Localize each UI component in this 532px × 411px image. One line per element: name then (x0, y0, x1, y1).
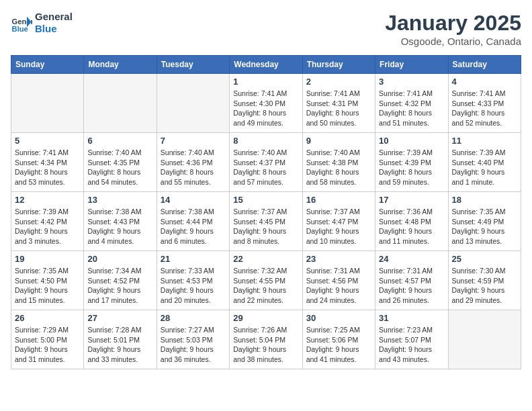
week-row-1: 1Sunrise: 7:41 AM Sunset: 4:30 PM Daylig… (11, 74, 521, 133)
day-number: 2 (306, 77, 371, 87)
day-number: 14 (161, 195, 226, 205)
day-info: Sunrise: 7:38 AM Sunset: 4:43 PM Dayligh… (87, 207, 152, 246)
logo: General Blue General Blue (11, 11, 73, 35)
week-row-4: 19Sunrise: 7:35 AM Sunset: 4:50 PM Dayli… (11, 251, 521, 310)
calendar-cell (11, 74, 84, 133)
weekday-header-saturday: Saturday (448, 56, 521, 74)
day-info: Sunrise: 7:27 AM Sunset: 5:03 PM Dayligh… (161, 325, 226, 365)
calendar-cell: 12Sunrise: 7:39 AM Sunset: 4:42 PM Dayli… (11, 192, 84, 251)
day-number: 12 (15, 195, 80, 205)
day-info: Sunrise: 7:41 AM Sunset: 4:33 PM Dayligh… (452, 89, 517, 128)
day-info: Sunrise: 7:33 AM Sunset: 4:53 PM Dayligh… (161, 266, 226, 306)
day-number: 11 (452, 136, 517, 146)
weekday-header-thursday: Thursday (302, 56, 375, 74)
logo-text-blue: Blue (35, 23, 73, 35)
logo-icon: General Blue (11, 12, 32, 34)
day-info: Sunrise: 7:31 AM Sunset: 4:57 PM Dayligh… (379, 266, 444, 306)
day-number: 9 (306, 136, 371, 146)
day-info: Sunrise: 7:40 AM Sunset: 4:38 PM Dayligh… (306, 148, 371, 187)
day-number: 26 (15, 313, 80, 323)
calendar-cell: 24Sunrise: 7:31 AM Sunset: 4:57 PM Dayli… (375, 251, 448, 310)
calendar-cell: 11Sunrise: 7:39 AM Sunset: 4:40 PM Dayli… (448, 133, 521, 192)
calendar-cell: 30Sunrise: 7:25 AM Sunset: 5:06 PM Dayli… (302, 310, 375, 369)
day-info: Sunrise: 7:35 AM Sunset: 4:50 PM Dayligh… (15, 266, 80, 306)
day-number: 6 (87, 136, 152, 146)
calendar-table: SundayMondayTuesdayWednesdayThursdayFrid… (11, 55, 521, 369)
day-info: Sunrise: 7:25 AM Sunset: 5:06 PM Dayligh… (306, 325, 371, 365)
week-row-3: 12Sunrise: 7:39 AM Sunset: 4:42 PM Dayli… (11, 192, 521, 251)
calendar-body: 1Sunrise: 7:41 AM Sunset: 4:30 PM Daylig… (11, 74, 521, 369)
day-info: Sunrise: 7:38 AM Sunset: 4:44 PM Dayligh… (161, 207, 226, 246)
day-info: Sunrise: 7:36 AM Sunset: 4:48 PM Dayligh… (379, 207, 444, 246)
day-info: Sunrise: 7:39 AM Sunset: 4:40 PM Dayligh… (452, 148, 517, 187)
calendar-cell: 1Sunrise: 7:41 AM Sunset: 4:30 PM Daylig… (230, 74, 302, 133)
day-number: 21 (161, 254, 226, 264)
day-number: 4 (452, 77, 517, 87)
day-info: Sunrise: 7:28 AM Sunset: 5:01 PM Dayligh… (87, 325, 152, 365)
calendar-cell: 14Sunrise: 7:38 AM Sunset: 4:44 PM Dayli… (157, 192, 229, 251)
day-info: Sunrise: 7:29 AM Sunset: 5:00 PM Dayligh… (15, 325, 80, 365)
calendar-cell: 8Sunrise: 7:40 AM Sunset: 4:37 PM Daylig… (230, 133, 302, 192)
day-number: 8 (233, 136, 298, 146)
calendar-cell: 26Sunrise: 7:29 AM Sunset: 5:00 PM Dayli… (11, 310, 84, 369)
day-number: 30 (306, 313, 371, 323)
day-info: Sunrise: 7:34 AM Sunset: 4:52 PM Dayligh… (87, 266, 152, 306)
day-number: 20 (87, 254, 152, 264)
day-info: Sunrise: 7:39 AM Sunset: 4:42 PM Dayligh… (15, 207, 80, 246)
day-info: Sunrise: 7:41 AM Sunset: 4:34 PM Dayligh… (15, 148, 80, 187)
weekday-header-tuesday: Tuesday (157, 56, 229, 74)
week-row-5: 26Sunrise: 7:29 AM Sunset: 5:00 PM Dayli… (11, 310, 521, 369)
calendar-cell: 25Sunrise: 7:30 AM Sunset: 4:59 PM Dayli… (448, 251, 521, 310)
svg-text:Blue: Blue (12, 25, 28, 33)
day-info: Sunrise: 7:40 AM Sunset: 4:36 PM Dayligh… (161, 148, 226, 187)
day-number: 25 (452, 254, 517, 264)
day-number: 31 (379, 313, 444, 323)
day-info: Sunrise: 7:32 AM Sunset: 4:55 PM Dayligh… (233, 266, 298, 306)
calendar-cell: 16Sunrise: 7:37 AM Sunset: 4:47 PM Dayli… (302, 192, 375, 251)
calendar-cell: 28Sunrise: 7:27 AM Sunset: 5:03 PM Dayli… (157, 310, 229, 369)
calendar-cell: 10Sunrise: 7:39 AM Sunset: 4:39 PM Dayli… (375, 133, 448, 192)
calendar-cell: 29Sunrise: 7:26 AM Sunset: 5:04 PM Dayli… (230, 310, 302, 369)
day-info: Sunrise: 7:30 AM Sunset: 4:59 PM Dayligh… (452, 266, 517, 306)
day-number: 13 (87, 195, 152, 205)
calendar-cell: 15Sunrise: 7:37 AM Sunset: 4:45 PM Dayli… (230, 192, 302, 251)
day-number: 5 (15, 136, 80, 146)
day-info: Sunrise: 7:37 AM Sunset: 4:45 PM Dayligh… (233, 207, 298, 246)
day-number: 29 (233, 313, 298, 323)
calendar-cell: 9Sunrise: 7:40 AM Sunset: 4:38 PM Daylig… (302, 133, 375, 192)
day-number: 17 (379, 195, 444, 205)
weekday-header-row: SundayMondayTuesdayWednesdayThursdayFrid… (11, 56, 521, 74)
calendar-cell: 21Sunrise: 7:33 AM Sunset: 4:53 PM Dayli… (157, 251, 229, 310)
weekday-header-monday: Monday (84, 56, 157, 74)
calendar-cell: 6Sunrise: 7:40 AM Sunset: 4:35 PM Daylig… (84, 133, 157, 192)
weekday-header-friday: Friday (375, 56, 448, 74)
day-info: Sunrise: 7:40 AM Sunset: 4:37 PM Dayligh… (233, 148, 298, 187)
calendar-cell: 13Sunrise: 7:38 AM Sunset: 4:43 PM Dayli… (84, 192, 157, 251)
calendar-cell: 3Sunrise: 7:41 AM Sunset: 4:32 PM Daylig… (375, 74, 448, 133)
calendar-cell: 23Sunrise: 7:31 AM Sunset: 4:56 PM Dayli… (302, 251, 375, 310)
day-number: 27 (87, 313, 152, 323)
day-number: 24 (379, 254, 444, 264)
day-number: 10 (379, 136, 444, 146)
page-header: General Blue General Blue January 2025 O… (11, 11, 521, 47)
calendar-cell: 2Sunrise: 7:41 AM Sunset: 4:31 PM Daylig… (302, 74, 375, 133)
week-row-2: 5Sunrise: 7:41 AM Sunset: 4:34 PM Daylig… (11, 133, 521, 192)
month-title: January 2025 (385, 11, 521, 36)
title-block: January 2025 Osgoode, Ontario, Canada (385, 11, 521, 47)
calendar-cell: 4Sunrise: 7:41 AM Sunset: 4:33 PM Daylig… (448, 74, 521, 133)
calendar-cell (448, 310, 521, 369)
day-number: 16 (306, 195, 371, 205)
day-info: Sunrise: 7:26 AM Sunset: 5:04 PM Dayligh… (233, 325, 298, 365)
day-info: Sunrise: 7:41 AM Sunset: 4:32 PM Dayligh… (379, 89, 444, 128)
day-number: 15 (233, 195, 298, 205)
day-number: 1 (233, 77, 298, 87)
location: Osgoode, Ontario, Canada (385, 36, 521, 47)
day-number: 23 (306, 254, 371, 264)
calendar-cell: 22Sunrise: 7:32 AM Sunset: 4:55 PM Dayli… (230, 251, 302, 310)
calendar-cell: 5Sunrise: 7:41 AM Sunset: 4:34 PM Daylig… (11, 133, 84, 192)
day-info: Sunrise: 7:41 AM Sunset: 4:30 PM Dayligh… (233, 89, 298, 128)
weekday-header-wednesday: Wednesday (230, 56, 302, 74)
day-number: 3 (379, 77, 444, 87)
day-number: 18 (452, 195, 517, 205)
calendar-cell: 7Sunrise: 7:40 AM Sunset: 4:36 PM Daylig… (157, 133, 229, 192)
